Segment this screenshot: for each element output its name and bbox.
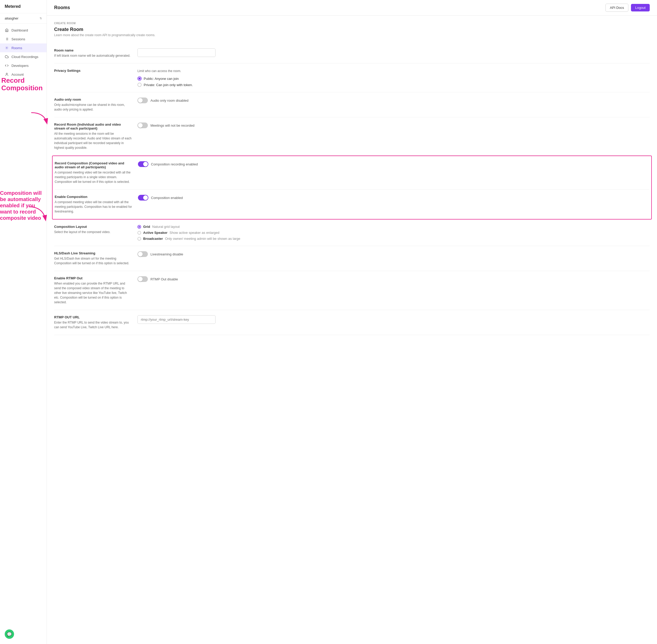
- sidebar-item-cloud-recordings[interactable]: Cloud Recordings: [0, 52, 47, 61]
- composition-layout-desc: Select the layout of the composed video.: [54, 230, 132, 234]
- enable-rtmp-left: Enable RTMP Out When enabled you can pro…: [54, 276, 132, 304]
- hls-dash-desc: Get HLS/Dash live stream url for the mee…: [54, 256, 132, 266]
- rtmp-url-right: [137, 315, 650, 324]
- audio-only-row: Audio only room Only audio/microphone ca…: [54, 92, 650, 117]
- record-composition-row: Record Composition (Composed video and a…: [54, 156, 649, 190]
- record-composition-desc: A composed meeting video will be recorde…: [54, 170, 133, 184]
- sidebar-item-rooms[interactable]: Rooms: [0, 43, 47, 52]
- page-content: CREATE ROOM Create Room Learn more about…: [47, 16, 657, 644]
- record-composition-toggle-label: Composition recording enabled: [151, 162, 198, 166]
- record-room-left: Record Room (Individual audio and video …: [54, 122, 132, 150]
- enable-composition-toggle[interactable]: [138, 195, 148, 201]
- privacy-settings-row: Privacy Settings Limit who can access th…: [54, 64, 650, 92]
- privacy-right: Limit who can access the room. Public: A…: [137, 69, 650, 87]
- page-header: Rooms API Docs Logout: [47, 0, 657, 16]
- api-docs-button[interactable]: API Docs: [606, 4, 628, 12]
- sidebar-nav: Dashboard Sessions Rooms Cloud Recording…: [0, 24, 47, 644]
- layout-broadcaster-label: Broadcaster: [143, 237, 163, 240]
- enable-composition-toggle-wrap: Composition enabled: [138, 195, 183, 201]
- svg-point-7: [6, 73, 7, 74]
- enable-rtmp-right: RTMP Out disable: [137, 276, 650, 282]
- radio-public[interactable]: Public: Anyone can join: [137, 76, 193, 80]
- sidebar-item-account[interactable]: Account: [0, 70, 47, 79]
- composition-layout-left: Composition Layout Select the layout of …: [54, 225, 132, 234]
- composition-layout-label: Composition Layout: [54, 225, 132, 229]
- section-label: CREATE ROOM: [54, 22, 650, 25]
- room-name-right: [137, 48, 650, 57]
- rtmp-url-input[interactable]: [137, 315, 216, 324]
- chevron-icon: ⇅: [40, 17, 42, 20]
- enable-rtmp-toggle[interactable]: [137, 276, 148, 282]
- enable-composition-desc: A composed meeting video will be created…: [54, 200, 133, 214]
- audio-only-toggle-label: Audio only room disabled: [150, 98, 189, 102]
- room-name-input[interactable]: [137, 48, 216, 57]
- sidebar-item-developers[interactable]: Developers: [0, 61, 47, 70]
- layout-grid[interactable]: Grid Natural grid layout: [137, 225, 240, 229]
- list-icon: [5, 37, 9, 41]
- sidebar-item-label: Cloud Recordings: [12, 55, 38, 59]
- rtmp-out-url-row: RTMP OUT URL Enter the RTMP URL to send …: [54, 310, 650, 335]
- record-composition-right: Composition recording enabled: [138, 161, 649, 167]
- layout-grid-desc: Natural grid layout: [152, 225, 180, 229]
- enable-rtmp-row: Enable RTMP Out When enabled you can pro…: [54, 271, 650, 310]
- enable-rtmp-toggle-label: RTMP Out disable: [150, 277, 178, 281]
- record-room-toggle-wrap: Meetings will not be recorded: [137, 122, 194, 128]
- room-name-label: Room name: [54, 48, 132, 52]
- audio-only-toggle-wrap: Audio only room disabled: [137, 97, 189, 103]
- radio-dot-public: [137, 76, 141, 80]
- rtmp-url-desc: Enter the RTMP URL to send the video str…: [54, 320, 132, 329]
- rtmp-url-left: RTMP OUT URL Enter the RTMP URL to send …: [54, 315, 132, 329]
- enable-composition-left: Enable Composition A composed meeting vi…: [54, 195, 133, 214]
- record-room-toggle-label: Meetings will not be recorded: [150, 123, 194, 128]
- hls-dash-label: HLS/Dash Live Streaming: [54, 251, 132, 255]
- gear-icon: [5, 46, 9, 50]
- layout-broadcaster[interactable]: Broadcaster Only owner/ meeting admin wi…: [137, 237, 240, 240]
- radio-private-label: Private: Can join only with token.: [144, 83, 193, 87]
- audio-only-label: Audio only room: [54, 97, 132, 101]
- radio-dot-broadcaster: [137, 237, 141, 240]
- room-name-left: Room name If left blank room name will b…: [54, 48, 132, 58]
- enable-rtmp-desc: When enabled you can provide the RTMP UR…: [54, 281, 132, 304]
- record-room-label: Record Room (Individual audio and video …: [54, 122, 132, 130]
- enable-composition-label: Enable Composition: [54, 195, 133, 199]
- hls-dash-left: HLS/Dash Live Streaming Get HLS/Dash liv…: [54, 251, 132, 266]
- record-composition-label: Record Composition (Composed video and a…: [54, 161, 133, 169]
- audio-only-left: Audio only room Only audio/microphone ca…: [54, 97, 132, 112]
- logout-button[interactable]: Logout: [631, 4, 650, 12]
- highlight-composition-box: Record Composition (Composed video and a…: [52, 156, 652, 220]
- room-name-desc: If left blank room name will be automati…: [54, 53, 132, 58]
- privacy-radio-group: Public: Anyone can join Private: Can joi…: [137, 76, 193, 87]
- privacy-label: Privacy Settings: [54, 69, 132, 73]
- record-room-toggle[interactable]: [137, 122, 148, 128]
- rtmp-url-label: RTMP OUT URL: [54, 315, 132, 319]
- sidebar-item-label: Dashboard: [12, 28, 28, 32]
- user-menu[interactable]: aliasgher ⇅: [0, 13, 47, 24]
- sidebar-item-sessions[interactable]: Sessions: [0, 34, 47, 43]
- layout-active-speaker[interactable]: Active Speaker Show active speaker as en…: [137, 231, 240, 235]
- username: aliasgher: [5, 16, 19, 20]
- record-composition-toggle[interactable]: [138, 161, 148, 167]
- sidebar-item-label: Rooms: [12, 46, 22, 50]
- radio-dot-private: [137, 83, 141, 87]
- header-actions: API Docs Logout: [606, 4, 650, 12]
- sidebar-item-label: Account: [12, 73, 24, 76]
- room-name-row: Room name If left blank room name will b…: [54, 43, 650, 64]
- radio-private[interactable]: Private: Can join only with token.: [137, 83, 193, 87]
- enable-rtmp-label: Enable RTMP Out: [54, 276, 132, 280]
- record-composition-left: Record Composition (Composed video and a…: [54, 161, 133, 184]
- audio-only-toggle[interactable]: [137, 97, 148, 103]
- composition-layout-row: Composition Layout Select the layout of …: [54, 220, 650, 246]
- layout-broadcaster-desc: Only owner/ meeting admin will be shown …: [165, 237, 240, 240]
- section-title: Create Room: [54, 27, 650, 32]
- enable-composition-row: Enable Composition A composed meeting vi…: [54, 190, 649, 219]
- audio-only-desc: Only audio/microphone can be shared in t…: [54, 102, 132, 112]
- sidebar-item-label: Developers: [12, 64, 29, 68]
- hls-dash-toggle[interactable]: [137, 251, 148, 257]
- hls-dash-row: HLS/Dash Live Streaming Get HLS/Dash liv…: [54, 246, 650, 271]
- chat-button[interactable]: 💬: [5, 629, 14, 639]
- sidebar-item-label: Sessions: [12, 37, 25, 41]
- enable-composition-toggle-label: Composition enabled: [151, 196, 183, 200]
- svg-point-6: [6, 47, 7, 48]
- section-subtitle: Learn more about the create room API to …: [54, 33, 650, 37]
- sidebar-item-dashboard[interactable]: Dashboard: [0, 26, 47, 34]
